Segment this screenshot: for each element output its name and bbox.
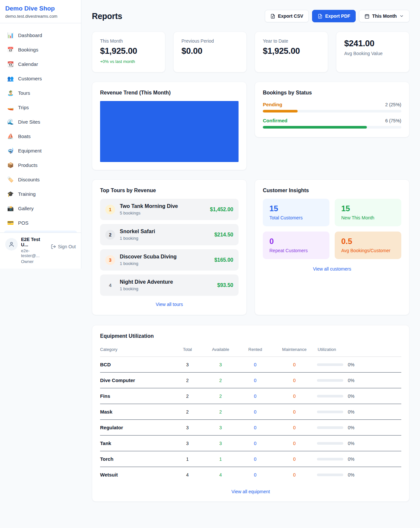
bookings-icon: 📅 xyxy=(7,47,14,53)
main-content: Reports Export CSV Export PDF xyxy=(81,0,420,515)
table-row: Wetsuit 4 4 0 0 0% xyxy=(100,467,401,483)
equipment-table: Category Total Available Rented Maintena… xyxy=(100,344,401,482)
tour-revenue: $165.00 xyxy=(214,257,233,263)
cell-available: 2 xyxy=(202,388,239,404)
view-all-equipment-link[interactable]: View all equipment xyxy=(100,489,401,494)
utilization-bar xyxy=(317,474,343,476)
utilization-bar xyxy=(317,363,343,366)
tour-bookings: 1 booking xyxy=(120,261,177,266)
tour-name: Night Dive Adventure xyxy=(120,279,173,285)
sidebar-item-bookings[interactable]: 📅 Bookings xyxy=(4,43,77,56)
sign-out-button[interactable]: Sign Out xyxy=(51,244,76,249)
sidebar-item-trips[interactable]: 🚤 Trips xyxy=(4,101,77,114)
rank-badge: 3 xyxy=(105,255,115,265)
sidebar-item-label: Dashboard xyxy=(18,32,42,38)
sidebar-item-equipment[interactable]: 🤿 Equipment xyxy=(4,144,77,157)
utilization-bar xyxy=(317,426,343,429)
cell-total: 4 xyxy=(172,467,202,483)
equipment-icon: 🤿 xyxy=(7,148,14,154)
file-download-icon xyxy=(318,14,323,19)
tile-label: Avg Bookings/Customer xyxy=(341,248,395,253)
export-csv-button[interactable]: Export CSV xyxy=(265,10,309,22)
sidebar-item-label: Bookings xyxy=(18,47,38,52)
insight-tile-new-this-month: 15 New This Month xyxy=(335,199,401,226)
export-pdf-button[interactable]: Export PDF xyxy=(312,10,356,22)
cell-maintenance: 0 xyxy=(272,467,317,483)
utilization-pct: 0% xyxy=(348,362,354,367)
sidebar-item-label: Gallery xyxy=(18,206,34,211)
sidebar-item-label: Equipment xyxy=(18,148,42,153)
sidebar-item-discounts[interactable]: 🏷️ Discounts xyxy=(4,173,77,186)
tile-value: 15 xyxy=(341,204,395,213)
sidebar-nav: 📊 Dashboard 📅 Bookings 📆 Calendar 👥 Cust… xyxy=(0,23,81,233)
tile-value: 15 xyxy=(269,204,323,213)
stat-value: $1,925.00 xyxy=(100,46,157,56)
cell-category: BCD xyxy=(100,357,172,373)
cell-available: 2 xyxy=(202,373,239,388)
sidebar-item-products[interactable]: 📦 Products xyxy=(4,158,77,172)
tour-row: 4 Night Dive Adventure 1 booking $93.50 xyxy=(100,274,239,296)
stat-label: Previous Period xyxy=(181,38,239,44)
cell-total: 2 xyxy=(172,388,202,404)
column-header-utilization: Utilization xyxy=(317,344,401,357)
sidebar-item-calendar[interactable]: 📆 Calendar xyxy=(4,57,77,71)
tile-label: Total Customers xyxy=(269,215,323,220)
top-tours-title: Top Tours by Revenue xyxy=(100,188,239,193)
table-row: Regulator 3 3 0 0 0% xyxy=(100,420,401,436)
insight-tile-avg-bookings: 0.5 Avg Bookings/Customer xyxy=(335,232,401,259)
sidebar-item-customers[interactable]: 👥 Customers xyxy=(4,72,77,85)
customers-icon: 👥 xyxy=(7,75,14,82)
sidebar-user-footer: E2E Test U... e2e-tester@... Owner Sign … xyxy=(0,233,81,269)
sidebar-item-dashboard[interactable]: 📊 Dashboard xyxy=(4,29,77,42)
tour-bookings: 1 booking xyxy=(120,236,155,241)
sidebar-item-gallery[interactable]: 📸 Gallery xyxy=(4,202,77,215)
sidebar-item-training[interactable]: 🎓 Training xyxy=(4,187,77,200)
utilization-pct: 0% xyxy=(348,441,354,446)
cell-category: Mask xyxy=(100,404,172,420)
rank-badge: 4 xyxy=(105,280,115,290)
stat-card-avg-booking-value: $241.00 Avg Booking Value xyxy=(336,31,410,72)
sidebar-item-dive-sites[interactable]: 🌊 Dive Sites xyxy=(4,115,77,128)
brand-domain: demo.test.divestreams.com xyxy=(5,14,76,19)
tour-bookings: 5 bookings xyxy=(120,211,178,215)
utilization-pct: 0% xyxy=(348,378,354,383)
period-select[interactable]: This Month xyxy=(359,10,410,22)
avatar xyxy=(5,238,18,251)
sidebar-item-tours[interactable]: 🏝️ Tours xyxy=(4,86,77,99)
tour-name: Snorkel Safari xyxy=(120,229,155,234)
gallery-icon: 📸 xyxy=(7,205,14,212)
dive-sites-icon: 🌊 xyxy=(7,119,14,125)
cell-total: 2 xyxy=(172,404,202,420)
cell-available: 3 xyxy=(202,436,239,451)
pos-icon: 💳 xyxy=(7,220,14,226)
revenue-trend-chart xyxy=(100,101,239,162)
cell-category: Regulator xyxy=(100,420,172,436)
status-label: Pending xyxy=(263,102,282,107)
cell-rented: 0 xyxy=(239,357,272,373)
cell-utilization: 0% xyxy=(317,404,401,420)
stat-card-this-month: This Month $1,925.00 +0% vs last month xyxy=(92,31,165,72)
view-all-tours-link[interactable]: View all tours xyxy=(100,302,239,307)
cell-rented: 0 xyxy=(239,373,272,388)
stat-label: Year to Date xyxy=(263,38,320,44)
tile-label: Repeat Customers xyxy=(269,248,323,253)
bookings-by-status-card: Bookings by Status Pending 2 (25%) Confi… xyxy=(255,82,410,137)
user-role: Owner xyxy=(21,259,48,264)
status-item-pending: Pending 2 (25%) xyxy=(263,102,401,112)
tour-name: Two Tank Morning Dive xyxy=(120,203,178,209)
tour-bookings: 1 booking xyxy=(120,286,173,291)
insight-tile-repeat-customers: 0 Repeat Customers xyxy=(263,232,329,259)
sidebar-item-label: Products xyxy=(18,162,37,168)
cell-category: Dive Computer xyxy=(100,373,172,388)
sidebar-item-boats[interactable]: ⛵ Boats xyxy=(4,130,77,143)
view-all-customers-link[interactable]: View all customers xyxy=(263,266,401,272)
column-header-category: Category xyxy=(100,344,172,357)
tile-value: 0.5 xyxy=(341,237,395,246)
sidebar-item-pos[interactable]: 💳 POS xyxy=(4,216,77,229)
table-row: Torch 1 1 0 0 0% xyxy=(100,451,401,467)
sidebar: Demo Dive Shop demo.test.divestreams.com… xyxy=(0,0,81,269)
sidebar-item-label: Training xyxy=(18,191,36,197)
cell-rented: 0 xyxy=(239,404,272,420)
page-header: Reports Export CSV Export PDF xyxy=(92,10,410,22)
customer-insights-title: Customer Insights xyxy=(263,188,401,193)
